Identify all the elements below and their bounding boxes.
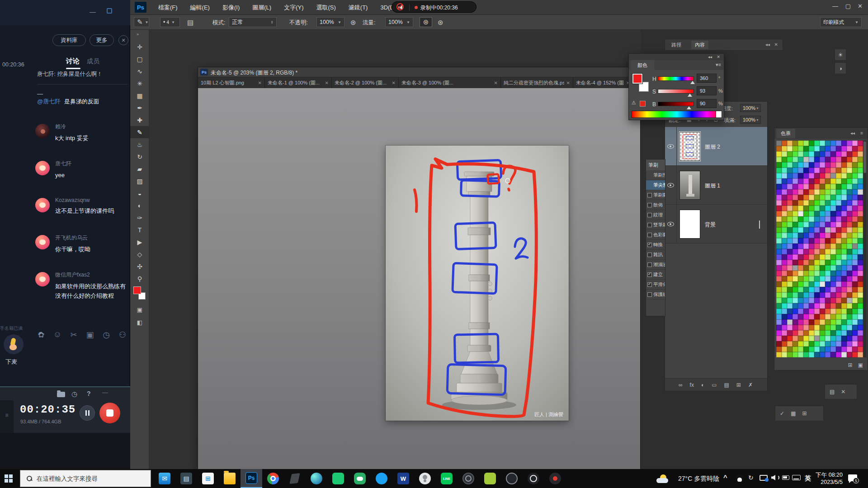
swatch[interactable] — [776, 260, 782, 265]
swatch[interactable] — [809, 330, 814, 336]
foreground-swatch[interactable] — [632, 74, 642, 84]
swatch[interactable] — [814, 211, 820, 216]
chat-close-circle-icon[interactable]: ✕ — [118, 35, 128, 45]
swatch[interactable] — [793, 157, 798, 162]
foreground-color-swatch[interactable] — [133, 286, 141, 294]
swatch[interactable] — [793, 206, 798, 211]
唐七阡[interactable]: 唐七阡 yee — [33, 160, 130, 183]
flow-select[interactable]: 100% ▼ — [385, 17, 413, 27]
swatch[interactable] — [809, 249, 814, 254]
swatch[interactable] — [776, 184, 782, 189]
hue-value[interactable]: 360 — [697, 74, 717, 83]
swatch[interactable] — [787, 309, 793, 314]
swatch[interactable] — [841, 303, 847, 309]
swatch[interactable] — [803, 178, 809, 184]
swatch[interactable] — [830, 200, 836, 206]
swatch[interactable] — [798, 189, 803, 195]
swatch[interactable] — [803, 303, 809, 309]
store-app-icon[interactable]: ⊞ — [197, 469, 219, 488]
swatch[interactable] — [803, 336, 809, 341]
swatch[interactable] — [820, 200, 825, 206]
swatch[interactable] — [787, 298, 793, 303]
brush-tool[interactable]: ✎ — [130, 126, 149, 138]
brightness-value[interactable]: 90 — [697, 99, 717, 108]
bird-app-icon[interactable] — [371, 469, 392, 488]
folder-icon[interactable] — [57, 392, 65, 397]
color-spectrum-bar[interactable] — [632, 111, 722, 118]
tab-members[interactable]: 成员 — [87, 57, 99, 66]
layer-fill-select[interactable]: 100%▼ — [740, 116, 761, 124]
swatch[interactable] — [820, 216, 825, 222]
swatch[interactable] — [798, 298, 803, 303]
swatch[interactable] — [809, 282, 814, 287]
masks-panel-icon[interactable]: ◑ — [835, 62, 846, 74]
swatch[interactable] — [847, 211, 852, 216]
keyboard-tray-icon[interactable] — [792, 475, 801, 480]
swatch[interactable] — [782, 254, 787, 260]
brush-setting-row[interactable]: 散佈 — [646, 200, 665, 210]
swatch[interactable] — [820, 173, 825, 178]
eyedropper-tool[interactable]: ✒ — [130, 102, 149, 114]
swatch[interactable] — [793, 303, 798, 309]
swatch[interactable] — [836, 254, 841, 260]
swatch[interactable] — [847, 189, 852, 195]
hidden-icons-chevron[interactable]: ^ — [723, 474, 727, 481]
swatch[interactable] — [830, 195, 836, 200]
swatch[interactable] — [852, 282, 858, 287]
swatch[interactable] — [782, 271, 787, 276]
swatch[interactable] — [852, 341, 858, 347]
swatch[interactable] — [803, 195, 809, 200]
hue-slider[interactable] — [658, 76, 694, 81]
swatch[interactable] — [858, 265, 863, 271]
line-app-icon[interactable]: LINE — [436, 469, 458, 488]
swatch[interactable] — [825, 211, 830, 216]
swatch[interactable] — [830, 298, 836, 303]
close-panel-icon[interactable]: ✕ — [717, 55, 720, 59]
swatch[interactable] — [852, 189, 858, 195]
swatch[interactable] — [787, 151, 793, 157]
swatch[interactable] — [852, 271, 858, 276]
swatch[interactable] — [782, 146, 787, 151]
swatch[interactable] — [814, 260, 820, 265]
swatch[interactable] — [852, 260, 858, 265]
swatch[interactable] — [776, 319, 782, 325]
swatch[interactable] — [825, 222, 830, 227]
library-button[interactable]: 資料庫 — [52, 34, 86, 46]
swatch[interactable] — [787, 141, 793, 146]
tab-content[interactable]: 內容 — [691, 41, 708, 49]
swatch[interactable] — [814, 162, 820, 168]
swatch[interactable] — [776, 141, 782, 146]
swatch[interactable] — [798, 162, 803, 168]
document-tab[interactable]: 未命名-4 @ 152% (圖 ✕ — [573, 77, 633, 88]
swatch[interactable] — [836, 336, 841, 341]
swatch[interactable] — [858, 254, 863, 260]
swatch[interactable] — [825, 352, 830, 357]
swatch[interactable] — [858, 168, 863, 173]
swatch[interactable] — [836, 222, 841, 227]
swatch[interactable] — [776, 309, 782, 314]
swatch[interactable] — [798, 184, 803, 189]
chat-restore-icon[interactable] — [107, 8, 112, 14]
swatch[interactable] — [793, 276, 798, 282]
obs-app-icon[interactable] — [523, 469, 544, 488]
swatch[interactable] — [793, 309, 798, 314]
swatch[interactable] — [820, 330, 825, 336]
quick-mask-icon[interactable]: ▣ — [130, 306, 149, 313]
swatch[interactable] — [825, 146, 830, 151]
swatch[interactable] — [858, 287, 863, 292]
swatch[interactable] — [809, 173, 814, 178]
swatch[interactable] — [776, 162, 782, 168]
swatch[interactable] — [841, 157, 847, 162]
swatch[interactable] — [847, 314, 852, 319]
swatch[interactable] — [776, 216, 782, 222]
swatch[interactable] — [803, 173, 809, 178]
visibility-cell[interactable] — [665, 205, 677, 244]
swatch[interactable] — [847, 178, 852, 184]
layer-row[interactable]: 圖層 1 — [665, 166, 767, 205]
swatch[interactable] — [858, 260, 863, 265]
swatch[interactable] — [787, 352, 793, 357]
shape-tool[interactable]: ◇ — [130, 248, 149, 260]
swatch[interactable] — [852, 330, 858, 336]
swatch[interactable] — [847, 271, 852, 276]
checkbox-icon[interactable] — [647, 263, 652, 267]
